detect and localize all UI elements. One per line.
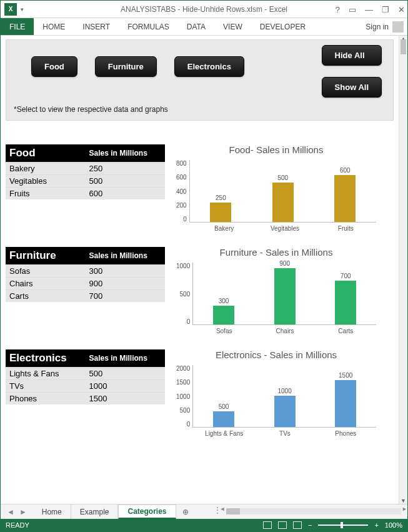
sign-in[interactable]: Sign in — [366, 18, 404, 36]
chart-bar-value: 500 — [278, 174, 289, 181]
table-food: Food Sales in Millions Bakery250 Vegitab… — [6, 144, 165, 199]
chart-furniture: Furniture - Sales in Millions10005000300… — [176, 247, 376, 334]
chart-bar: 250 — [202, 194, 239, 222]
chart-y-axis: 2000150010005000 — [176, 365, 192, 428]
section-electronics: Electronics Sales in Millions Lights & F… — [6, 349, 394, 437]
sign-in-label: Sign in — [366, 23, 389, 31]
chart-x-axis: Lights & FansTVsPhones — [194, 428, 376, 437]
zoom-out-button[interactable]: − — [308, 521, 312, 529]
tab-formulas[interactable]: FORMULAS — [119, 18, 178, 35]
close-icon[interactable]: ✕ — [398, 5, 405, 14]
chart-bar-value: 900 — [279, 260, 290, 267]
show-all-button[interactable]: Show All — [322, 77, 382, 98]
horizontal-scrollbar[interactable]: ⋮ ◄ ► — [195, 504, 407, 519]
scroll-down-icon[interactable]: ▼ — [399, 498, 407, 504]
chart-bar-rect — [213, 411, 234, 427]
chart-bar-rect — [210, 203, 231, 222]
chart-x-label: Carts — [316, 325, 376, 334]
minimize-icon[interactable]: — — [365, 5, 373, 14]
chart-bar-rect — [334, 175, 356, 222]
chart-bar-value: 500 — [219, 403, 229, 410]
hint-text: *Select to view the respective data and … — [14, 105, 168, 114]
chart-title: Food- Sales in Millions — [176, 144, 376, 155]
tab-data[interactable]: DATA — [178, 18, 214, 35]
chart-x-axis: BakeryVegitablesFruits — [194, 223, 376, 232]
table-row: TVs1000 — [6, 380, 165, 393]
table-electronics: Electronics Sales in Millions Lights & F… — [6, 349, 165, 404]
chart-x-label: Chairs — [254, 325, 315, 334]
chart-food: Food- Sales in Millions80060040020002505… — [176, 144, 376, 232]
tab-home[interactable]: HOME — [34, 18, 74, 35]
zoom-level[interactable]: 100% — [385, 521, 402, 529]
table-header-category: Food — [6, 144, 86, 163]
zoom-slider[interactable] — [318, 524, 368, 526]
sheet-tab-home[interactable]: Home — [33, 504, 71, 519]
page-layout-view-icon[interactable] — [278, 521, 287, 529]
chart-bar-rect — [335, 380, 356, 427]
status-bar: READY − + 100% — [1, 519, 407, 531]
chart-bar: 600 — [326, 167, 364, 222]
chart-bar-value: 1000 — [277, 388, 291, 394]
page-break-view-icon[interactable] — [293, 521, 302, 529]
chart-bar: 300 — [205, 298, 242, 324]
chart-bar: 500 — [264, 174, 302, 222]
excel-icon: X — [4, 3, 17, 16]
table-row: Lights & Fans500 — [6, 368, 165, 380]
chart-x-axis: SofasChairsCarts — [194, 325, 376, 334]
control-panel: Food Furniture Electronics Hide All Show… — [6, 39, 394, 121]
status-right: − + 100% — [263, 521, 402, 529]
sheet-tab-categories[interactable]: Categories — [118, 504, 176, 519]
scrollbar-thumb[interactable] — [401, 39, 406, 54]
table-header-value: Sales in Millions — [86, 144, 166, 163]
chart-x-label: Vegitables — [254, 223, 315, 232]
table-row: Phones1500 — [6, 393, 165, 405]
chart-title: Electronics - Sales in Millions — [176, 349, 376, 360]
chart-bar-value: 600 — [340, 167, 351, 174]
chart-bar: 500 — [205, 403, 242, 427]
sheet-tab-example[interactable]: Example — [71, 504, 119, 519]
chart-x-label: Lights & Fans — [194, 428, 254, 437]
qat-dropdown-icon[interactable]: ▾ — [21, 6, 24, 13]
chart-bar-value: 300 — [219, 298, 229, 304]
tab-insert[interactable]: INSERT — [74, 18, 119, 35]
table-header-category: Furniture — [6, 247, 86, 265]
hide-all-button[interactable]: Hide All — [322, 45, 382, 66]
chart-bar: 1500 — [327, 372, 364, 427]
scroll-left-icon[interactable]: ◄ — [220, 506, 226, 512]
table-furniture: Furniture Sales in Millions Sofas300 Cha… — [6, 247, 165, 302]
status-ready: READY — [6, 521, 29, 529]
table-header-value: Sales in Millions — [86, 349, 166, 368]
chart-x-label: Bakery — [194, 223, 254, 232]
new-sheet-button[interactable]: ⊕ — [176, 504, 195, 519]
chart-plot: 250500600 — [189, 160, 376, 223]
table-row: Vegitables500 — [6, 175, 165, 188]
table-row: Carts700 — [6, 290, 165, 303]
sheet-prev-icon[interactable]: ◄ — [7, 508, 14, 516]
chart-bar-rect — [213, 306, 234, 324]
chart-x-label: Sofas — [194, 325, 254, 334]
normal-view-icon[interactable] — [263, 521, 272, 529]
ribbon-display-icon[interactable]: ▭ — [349, 5, 356, 14]
food-button[interactable]: Food — [31, 56, 77, 77]
chart-y-axis: 10005000 — [176, 263, 192, 325]
table-row: Fruits600 — [6, 188, 165, 200]
avatar-icon — [392, 21, 404, 33]
tab-developer[interactable]: DEVELOPER — [251, 18, 314, 35]
sheet-nav-arrows[interactable]: ◄ ► — [1, 504, 33, 519]
section-furniture: Furniture Sales in Millions Sofas300 Cha… — [6, 247, 394, 334]
hscroll-thumb[interactable] — [226, 508, 240, 514]
scroll-right-icon[interactable]: ► — [402, 506, 407, 512]
table-header-category: Electronics — [6, 349, 86, 368]
vertical-scrollbar[interactable]: ▲ ▼ — [399, 36, 407, 504]
tab-view[interactable]: VIEW — [214, 18, 251, 35]
restore-icon[interactable]: ❐ — [382, 5, 389, 14]
electronics-button[interactable]: Electronics — [174, 56, 244, 77]
sheet-next-icon[interactable]: ► — [19, 508, 27, 516]
hscroll-track[interactable] — [226, 508, 401, 514]
chart-title: Furniture - Sales in Millions — [176, 247, 376, 258]
zoom-in-button[interactable]: + — [374, 521, 378, 529]
tab-file[interactable]: FILE — [1, 18, 34, 35]
furniture-button[interactable]: Furniture — [95, 56, 157, 77]
help-icon[interactable]: ? — [336, 5, 340, 14]
chart-bar: 700 — [327, 273, 364, 324]
